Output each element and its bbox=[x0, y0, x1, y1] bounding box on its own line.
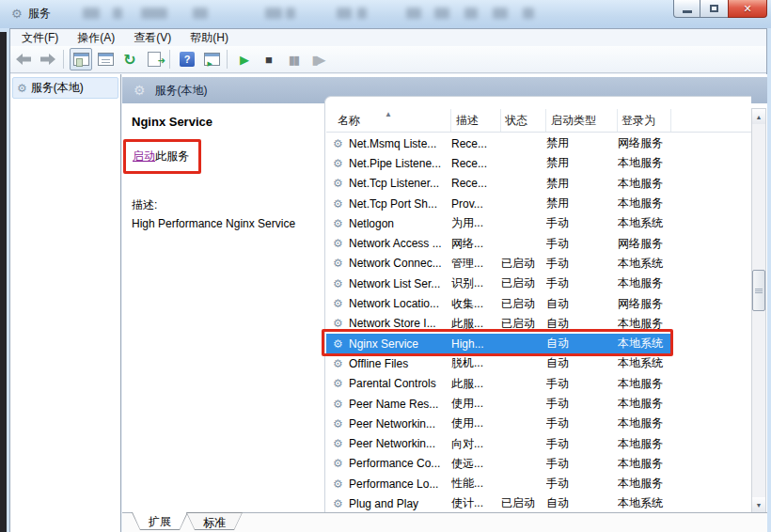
pause-service-button[interactable]: ▮▮ bbox=[282, 48, 305, 70]
service-logon-as: 本地系统 bbox=[618, 355, 671, 371]
minimize-button[interactable] bbox=[673, 0, 700, 18]
service-row[interactable]: ⚙Net.Tcp Listener...Rece...禁用本地服务 bbox=[326, 174, 671, 194]
selected-service-name: Nginx Service bbox=[132, 115, 212, 129]
toolbar-separator bbox=[63, 50, 64, 69]
service-name: Offline Files bbox=[349, 357, 451, 370]
service-row[interactable]: ⚙Net.Tcp Port Sh...Prov...禁用本地服务 bbox=[326, 194, 671, 213]
service-description: 此服... bbox=[451, 376, 501, 392]
help-button[interactable]: ? bbox=[176, 48, 198, 70]
menu-file[interactable]: 文件(F) bbox=[14, 29, 66, 47]
start-service-button[interactable]: ▶ bbox=[233, 48, 256, 70]
show-hide-tree-button[interactable] bbox=[200, 48, 223, 70]
service-description: Rece... bbox=[451, 177, 501, 190]
service-startup-type: 手动 bbox=[546, 215, 618, 231]
toolbar-separator bbox=[227, 50, 228, 69]
service-name: Net.Pipe Listene... bbox=[349, 157, 451, 170]
vertical-scrollbar[interactable]: ▲ ▼ bbox=[751, 108, 766, 513]
refresh-button[interactable]: ↻ bbox=[118, 48, 141, 70]
service-row[interactable]: ⚙Offline Files脱机...自动本地系统 bbox=[326, 353, 671, 373]
service-row[interactable]: ⚙Net.Pipe Listene...Rece...禁用本地服务 bbox=[326, 153, 671, 173]
close-button[interactable]: ✕ bbox=[728, 0, 767, 18]
scroll-up-button[interactable]: ▲ bbox=[752, 109, 765, 124]
gear-icon: ⚙ bbox=[326, 297, 349, 310]
service-description: 脱机... bbox=[451, 355, 501, 371]
service-description: Rece... bbox=[451, 137, 501, 150]
column-header-startup-type[interactable]: 启动类型 bbox=[546, 109, 618, 132]
tab-standard[interactable]: 标准 bbox=[186, 512, 243, 530]
maximize-button[interactable] bbox=[700, 0, 728, 18]
properties-icon bbox=[98, 53, 114, 66]
restart-service-button[interactable]: ▮▶ bbox=[307, 48, 329, 70]
console-tree-pane: ⚙ 服务(本地) bbox=[10, 74, 121, 532]
service-row[interactable]: ⚙Peer Networkin...向对...手动本地服务 bbox=[326, 433, 671, 453]
properties-button[interactable] bbox=[94, 48, 117, 70]
start-service-link[interactable]: 启动 bbox=[133, 149, 155, 163]
service-row[interactable]: ⚙Peer Networkin...使用...手动本地服务 bbox=[326, 414, 671, 433]
back-icon bbox=[15, 53, 32, 66]
gear-icon: ⚙ bbox=[326, 398, 349, 411]
gear-icon: ⚙ bbox=[326, 497, 349, 510]
service-row[interactable]: ⚙Network Access ...网络...手动网络服务 bbox=[326, 233, 671, 253]
service-row[interactable]: ⚙Network List Ser...识别...已启动手动本地服务 bbox=[326, 274, 671, 293]
pause-service-icon: ▮▮ bbox=[289, 54, 298, 66]
service-row[interactable]: ⚙Network Locatio...收集...已启动自动网络服务 bbox=[326, 293, 671, 313]
service-description: 向对... bbox=[451, 436, 501, 452]
service-row[interactable]: ⚙Net.Msmq Liste...Rece...禁用网络服务 bbox=[326, 133, 671, 153]
console-tree-icon bbox=[73, 53, 89, 66]
menu-bar: 文件(F) 操作(A) 查看(V) 帮助(H) bbox=[10, 29, 766, 46]
gear-icon: ⚙ bbox=[134, 83, 146, 98]
service-name: Network List Ser... bbox=[349, 277, 451, 290]
column-header-logon-as[interactable]: 登录为 bbox=[618, 109, 671, 132]
column-header-name[interactable]: 名称 ▲ bbox=[326, 109, 451, 132]
service-logon-as: 网络服务 bbox=[618, 135, 671, 151]
service-startup-type: 手动 bbox=[546, 436, 618, 452]
service-row[interactable]: ⚙Peer Name Res...使用...手动本地服务 bbox=[326, 394, 671, 414]
service-row[interactable]: ⚙Network Store I...此服...已启动自动本地服务 bbox=[326, 314, 671, 334]
export-list-button[interactable] bbox=[143, 48, 165, 70]
menu-help[interactable]: 帮助(H) bbox=[182, 29, 236, 47]
service-name: Network Store I... bbox=[349, 317, 451, 330]
service-logon-as: 本地服务 bbox=[618, 476, 671, 492]
gear-icon: ⚙ bbox=[326, 377, 349, 390]
toolbar-separator bbox=[169, 50, 170, 69]
menu-action[interactable]: 操作(A) bbox=[70, 29, 122, 47]
stop-service-icon: ■ bbox=[265, 54, 273, 66]
service-row[interactable]: ⚙Plug and Play使计...已启动自动本地系统 bbox=[326, 493, 671, 513]
service-name: Net.Tcp Port Sh... bbox=[349, 197, 451, 211]
service-status: 已启动 bbox=[501, 256, 546, 272]
service-startup-type: 自动 bbox=[546, 316, 618, 332]
service-row[interactable]: ⚙Parental Controls此服...手动本地服务 bbox=[326, 374, 671, 394]
stop-service-button[interactable]: ■ bbox=[258, 48, 280, 70]
service-startup-type: 自动 bbox=[546, 296, 618, 312]
menu-view[interactable]: 查看(V) bbox=[126, 29, 179, 47]
start-service-line: 启动此服务 bbox=[133, 149, 189, 164]
service-row[interactable]: ⚙Performance Lo...性能...手动本地服务 bbox=[326, 474, 671, 493]
back-button[interactable] bbox=[12, 48, 35, 70]
console-tree-button[interactable] bbox=[70, 48, 92, 70]
scrollbar-thumb[interactable] bbox=[752, 270, 765, 311]
maximize-icon bbox=[710, 5, 718, 12]
tree-item-services-local[interactable]: ⚙ 服务(本地) bbox=[12, 77, 118, 99]
sort-ascending-icon: ▲ bbox=[385, 110, 392, 118]
service-logon-as: 本地服务 bbox=[618, 436, 671, 452]
service-startup-type: 手动 bbox=[546, 415, 618, 431]
column-header-description[interactable]: 描述 bbox=[451, 109, 501, 132]
description-label: 描述: bbox=[132, 197, 157, 213]
service-row[interactable]: ⚙Nginx ServiceHigh...自动本地系统 bbox=[326, 334, 671, 353]
gear-icon: ⚙ bbox=[11, 8, 23, 20]
tab-extended[interactable]: 扩展 bbox=[132, 512, 188, 530]
service-row[interactable]: ⚙Performance Co...使远...手动本地服务 bbox=[326, 454, 671, 474]
service-logon-as: 本地系统 bbox=[618, 495, 671, 511]
service-startup-type: 手动 bbox=[546, 256, 618, 272]
forward-button[interactable] bbox=[37, 48, 59, 70]
service-row[interactable]: ⚙Netlogon为用...手动本地系统 bbox=[326, 213, 671, 233]
service-status: 已启动 bbox=[501, 296, 546, 312]
service-description: 管理... bbox=[451, 256, 501, 272]
column-header-status[interactable]: 状态 bbox=[501, 109, 546, 132]
service-logon-as: 网络服务 bbox=[618, 296, 671, 312]
service-description: 使远... bbox=[451, 456, 501, 472]
service-description: 使用... bbox=[451, 415, 501, 431]
service-row[interactable]: ⚙Network Connec...管理...已启动手动本地系统 bbox=[326, 254, 671, 274]
service-description: Prov... bbox=[451, 197, 501, 211]
scroll-down-button[interactable]: ▼ bbox=[752, 497, 765, 512]
